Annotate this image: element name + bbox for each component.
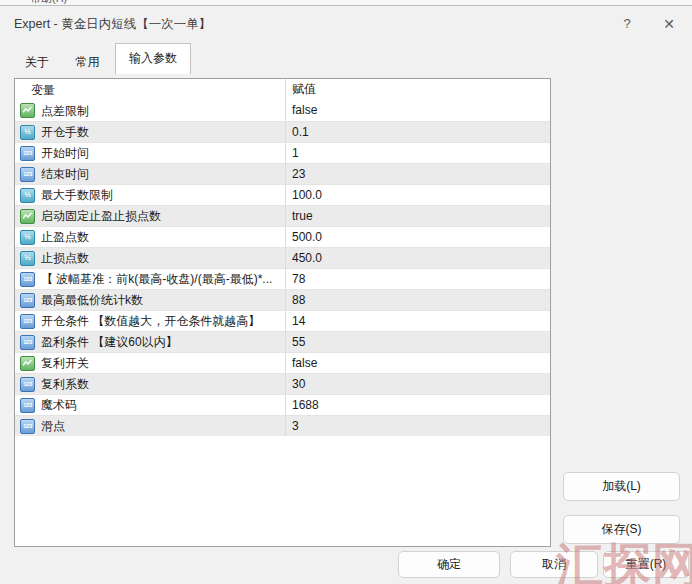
line-chart-icon <box>20 209 35 224</box>
param-row[interactable]: 启动固定止盈止损点数true <box>15 205 550 226</box>
dialog-title: Expert - 黄金日内短线【一次一单】 <box>14 16 211 33</box>
param-value-cell[interactable]: 78 <box>285 269 550 289</box>
param-row[interactable]: 123最高最低价统计k数88 <box>15 289 550 310</box>
param-name-cell: 123复利系数 <box>15 374 285 394</box>
param-row[interactable]: 点差限制false <box>15 100 550 121</box>
param-value-cell[interactable]: 23 <box>285 164 550 184</box>
param-name-cell: 123开仓条件 【数值越大，开仓条件就越高】 <box>15 311 285 331</box>
param-name-cell: 123盈利条件 【建议60以内】 <box>15 332 285 352</box>
param-name-cell: 123开始时间 <box>15 143 285 163</box>
param-value-cell[interactable]: 1 <box>285 143 550 163</box>
param-value-cell[interactable]: 14 <box>285 311 550 331</box>
param-name-label: 盈利条件 【建议60以内】 <box>41 332 178 352</box>
param-row[interactable]: 123滑点3 <box>15 415 550 436</box>
param-name-cell: 123滑点 <box>15 416 285 436</box>
ok-button[interactable]: 确定 <box>398 551 500 578</box>
reset-button[interactable]: 重置(R) <box>603 551 689 578</box>
param-row[interactable]: 123复利系数30 <box>15 373 550 394</box>
number-123-icon: 123 <box>20 293 35 308</box>
column-header-variable[interactable]: 变量 <box>15 79 285 100</box>
number-123-icon: 123 <box>20 377 35 392</box>
param-row[interactable]: ½开仓手数0.1 <box>15 121 550 142</box>
param-row[interactable]: ½止盈点数500.0 <box>15 226 550 247</box>
param-row[interactable]: 复利开关false <box>15 352 550 373</box>
param-row[interactable]: ½最大手数限制100.0 <box>15 184 550 205</box>
param-value-cell[interactable]: 0.1 <box>285 122 550 142</box>
param-row[interactable]: ½止损点数450.0 <box>15 247 550 268</box>
param-value-cell[interactable]: 30 <box>285 374 550 394</box>
param-name-label: 复利开关 <box>41 353 89 373</box>
number-123-icon: 123 <box>20 398 35 413</box>
param-name-label: 止损点数 <box>41 248 89 268</box>
param-name-label: 最大手数限制 <box>41 185 113 205</box>
param-value-cell[interactable]: false <box>285 100 550 121</box>
table-header-row: 变量 赋值 <box>15 79 550 100</box>
param-name-cell: ½止损点数 <box>15 248 285 268</box>
param-name-cell: 123魔术码 <box>15 395 285 415</box>
param-value-cell[interactable]: 100.0 <box>285 185 550 205</box>
param-row[interactable]: 123盈利条件 【建议60以内】55 <box>15 331 550 352</box>
param-value-cell[interactable]: true <box>285 206 550 226</box>
number-123-icon: 123 <box>20 335 35 350</box>
param-name-label: 开始时间 <box>41 143 89 163</box>
param-name-cell: 启动固定止盈止损点数 <box>15 206 285 226</box>
tab-common[interactable]: 常用 <box>64 50 110 76</box>
number-123-icon: 123 <box>20 167 35 182</box>
param-value-cell[interactable]: 1688 <box>285 395 550 415</box>
dialog-titlebar: Expert - 黄金日内短线【一次一单】 ? ✕ <box>0 6 692 42</box>
param-name-cell: ½最大手数限制 <box>15 185 285 205</box>
param-value-cell[interactable]: 500.0 <box>285 227 550 247</box>
tab-strip: 关于 常用 输入参数 <box>14 45 191 69</box>
param-row[interactable]: 123开仓条件 【数值越大，开仓条件就越高】14 <box>15 310 550 331</box>
param-name-cell: 点差限制 <box>15 100 285 121</box>
load-button[interactable]: 加载(L) <box>563 472 680 501</box>
line-chart-icon <box>20 103 35 118</box>
param-row[interactable]: 123开始时间1 <box>15 142 550 163</box>
param-value-cell[interactable]: 450.0 <box>285 248 550 268</box>
save-button[interactable]: 保存(S) <box>563 515 680 544</box>
param-name-label: 开仓条件 【数值越大，开仓条件就越高】 <box>41 311 260 331</box>
param-name-label: 点差限制 <box>41 101 89 121</box>
param-rows: 点差限制false½开仓手数0.1123开始时间1123结束时间23½最大手数限… <box>15 100 550 436</box>
close-icon[interactable]: ✕ <box>654 12 684 36</box>
param-name-cell: 123结束时间 <box>15 164 285 184</box>
param-name-label: 启动固定止盈止损点数 <box>41 206 161 226</box>
param-name-label: 结束时间 <box>41 164 89 184</box>
param-row[interactable]: 123魔术码1688 <box>15 394 550 415</box>
half-fraction-icon: ½ <box>20 188 35 203</box>
param-row[interactable]: 123结束时间23 <box>15 163 550 184</box>
tab-input-parameters[interactable]: 输入参数 <box>115 43 191 74</box>
param-row[interactable]: 123【 波幅基准：前k(最高-收盘)/(最高-最低)*...78 <box>15 268 550 289</box>
param-value-cell[interactable]: 88 <box>285 290 550 310</box>
param-name-label: 滑点 <box>41 416 65 436</box>
number-123-icon: 123 <box>20 272 35 287</box>
param-name-label: 【 波幅基准：前k(最高-收盘)/(最高-最低)*... <box>41 269 272 289</box>
param-name-label: 最高最低价统计k数 <box>41 290 143 310</box>
param-value-cell[interactable]: false <box>285 353 550 373</box>
help-icon[interactable]: ? <box>612 12 642 36</box>
half-fraction-icon: ½ <box>20 230 35 245</box>
tab-about[interactable]: 关于 <box>14 50 60 76</box>
param-name-label: 魔术码 <box>41 395 77 415</box>
parameter-table: 变量 赋值 点差限制false½开仓手数0.1123开始时间1123结束时间23… <box>14 78 551 547</box>
param-name-label: 复利系数 <box>41 374 89 394</box>
param-value-cell[interactable]: 3 <box>285 416 550 436</box>
param-name-label: 开仓手数 <box>41 122 89 142</box>
half-fraction-icon: ½ <box>20 251 35 266</box>
param-name-cell: ½止盈点数 <box>15 227 285 247</box>
cancel-button[interactable]: 取消 <box>510 551 598 578</box>
param-name-cell: 123最高最低价统计k数 <box>15 290 285 310</box>
param-value-cell[interactable]: 55 <box>285 332 550 352</box>
param-name-cell: ½开仓手数 <box>15 122 285 142</box>
number-123-icon: 123 <box>20 419 35 434</box>
line-chart-icon <box>20 356 35 371</box>
half-fraction-icon: ½ <box>20 125 35 140</box>
param-name-cell: 复利开关 <box>15 353 285 373</box>
number-123-icon: 123 <box>20 314 35 329</box>
column-header-value[interactable]: 赋值 <box>285 79 550 100</box>
number-123-icon: 123 <box>20 146 35 161</box>
param-name-label: 止盈点数 <box>41 227 89 247</box>
param-name-cell: 123【 波幅基准：前k(最高-收盘)/(最高-最低)*... <box>15 269 285 289</box>
